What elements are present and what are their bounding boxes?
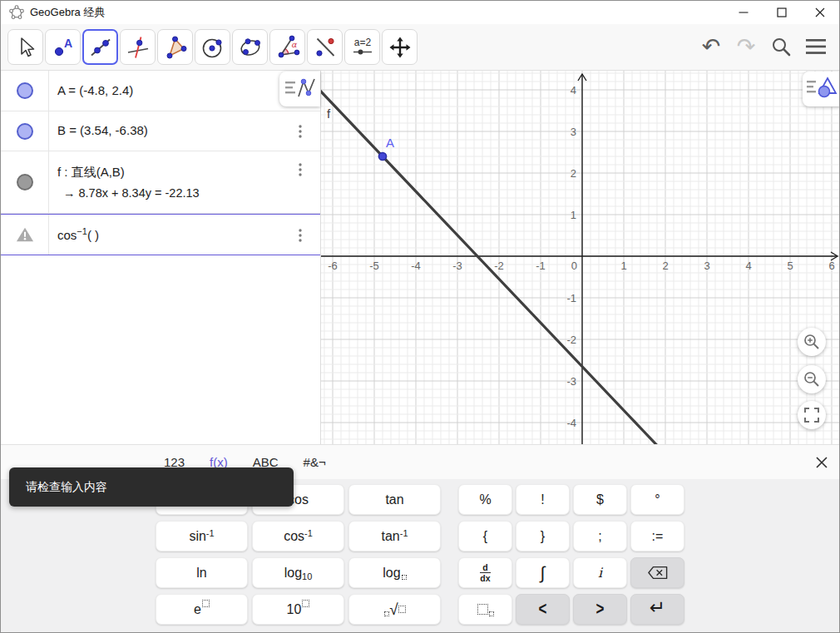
search-button[interactable] [768,33,794,60]
svg-text:4: 4 [571,84,576,96]
key-semicolon[interactable]: ; [573,521,627,551]
algebra-expression-A[interactable]: A = (-4.8, 2.4) [57,83,133,97]
redo-button[interactable]: ↷ [733,33,759,60]
content-area: A = (-4.8, 2.4) B = (3.54, -6.38) f : 直线… [1,71,840,444]
tool-conic-five-points[interactable] [232,29,268,65]
point-label-A: A [386,136,394,150]
svg-text:a=2: a=2 [353,37,371,48]
line-tool-icon [87,34,114,61]
fullscreen-icon [803,407,820,423]
svg-text:2: 2 [571,167,576,180]
zoom-in-button[interactable] [798,328,826,356]
algebra-input-row[interactable]: cos−1( ) [1,214,320,255]
tool-move-graphics-view[interactable] [382,29,418,65]
algebra-input-expression[interactable]: cos−1( ) [57,226,99,242]
algebra-row-f[interactable]: f : 直线(A,B) → 8.78x + 8.34y = -22.13 [1,151,320,214]
reflect-tool-icon [312,34,338,61]
key-arctan[interactable]: tan-1 [348,521,441,551]
key-cursor-right[interactable]: > [573,594,627,625]
minimize-button[interactable] [724,1,763,24]
key-imaginary-i[interactable]: i [573,557,627,588]
key-e-power[interactable]: e [156,594,248,625]
row-menu-icon[interactable] [299,229,302,242]
key-dollar[interactable]: $ [573,484,627,515]
graphics-settings-button[interactable] [803,72,840,106]
graphics-settings-icon [805,77,838,101]
graphics-svg[interactable]: -6-5-4-3-2-10123456-4-3-2-11234fA [321,71,840,444]
algebra-view: A = (-4.8, 2.4) B = (3.54, -6.38) f : 直线… [1,71,321,444]
undo-button[interactable]: ↶ [698,33,724,60]
key-ten-power[interactable]: 10 [252,594,344,625]
tool-angle[interactable]: α [269,29,305,65]
move-view-icon [387,34,413,61]
redo-icon: ↷ [737,36,756,58]
title-bar: GeoGebra 经典 [1,1,839,24]
key-log10[interactable]: log10 [252,557,344,588]
tool-slider[interactable]: a=2 [344,29,380,65]
key-subscript[interactable] [458,594,512,625]
point-tool-icon: A [50,34,77,61]
svg-text:-4: -4 [411,260,421,272]
svg-text:5: 5 [787,260,793,272]
svg-text:6: 6 [828,260,834,272]
tool-reflect-about-line[interactable] [307,29,343,65]
key-ln[interactable]: ln [156,557,248,588]
key-integral[interactable]: ∫ [516,557,570,588]
svg-text:0: 0 [571,260,577,272]
tab-symbols[interactable]: #&¬ [304,455,326,469]
toolbar: A [1,24,839,71]
point-A[interactable] [378,152,386,160]
keyboard-close-icon[interactable] [815,456,828,469]
key-tan[interactable]: tan [348,484,441,515]
visibility-marble-f[interactable] [17,174,33,190]
main-menu-button[interactable] [803,33,829,60]
visibility-marble-A[interactable] [17,82,33,99]
visibility-marble-B[interactable] [17,123,33,140]
undo-icon: ↶ [702,36,721,58]
graphics-view[interactable]: -6-5-4-3-2-10123456-4-3-2-11234fA [321,71,840,444]
key-percent[interactable]: % [458,484,512,515]
key-brace-right[interactable]: } [516,521,570,551]
polygon-tool-icon [162,34,189,61]
toast-message: 请检查输入内容 [9,467,294,507]
svg-text:1: 1 [571,209,576,221]
algebra-expression-B[interactable]: B = (3.54, -6.38) [57,123,148,137]
algebra-row-B[interactable]: B = (3.54, -6.38) [1,111,320,151]
key-enter[interactable]: ↵ [630,594,684,625]
key-nth-root[interactable]: √ [348,594,441,625]
svg-text:3: 3 [704,260,709,272]
tool-perpendicular-line[interactable] [120,29,156,65]
key-brace-left[interactable]: { [458,521,512,551]
key-log-base[interactable]: log [348,557,441,588]
tool-polygon[interactable] [157,29,193,65]
close-button[interactable] [801,1,839,24]
algebra-expression-f[interactable]: f : 直线(A,B) [57,165,125,181]
svg-text:-4: -4 [566,417,576,429]
zoom-out-button[interactable] [798,365,826,393]
maximize-button[interactable] [763,1,801,24]
tool-circle-center-point[interactable] [195,29,230,65]
key-factorial[interactable]: ! [516,484,570,515]
line-label-f: f [327,106,331,121]
algebra-settings-button[interactable] [279,72,320,106]
close-icon [815,7,825,17]
keyboard-symbol-block: %!$°{};:=ddx∫i<>↵ [458,484,684,625]
key-cursor-left[interactable]: < [516,594,570,625]
tool-line-two-points[interactable] [82,29,118,65]
key-arccos[interactable]: cos-1 [252,521,344,551]
fullscreen-button[interactable] [798,401,826,429]
key-assign[interactable]: := [630,521,684,551]
svg-text:1: 1 [620,260,626,272]
key-derivative[interactable]: ddx [458,557,512,588]
row-menu-icon[interactable] [299,125,302,138]
key-arcsin[interactable]: sin-1 [156,521,248,551]
key-degree[interactable]: ° [630,484,684,515]
tool-point[interactable]: A [45,29,81,65]
svg-text:-1: -1 [536,260,546,272]
tool-move[interactable] [7,29,43,65]
row-menu-icon[interactable] [299,163,302,176]
search-icon [770,36,792,57]
key-backspace[interactable] [630,557,684,588]
algebra-row-A[interactable]: A = (-4.8, 2.4) [1,71,320,111]
svg-text:α: α [291,40,298,49]
